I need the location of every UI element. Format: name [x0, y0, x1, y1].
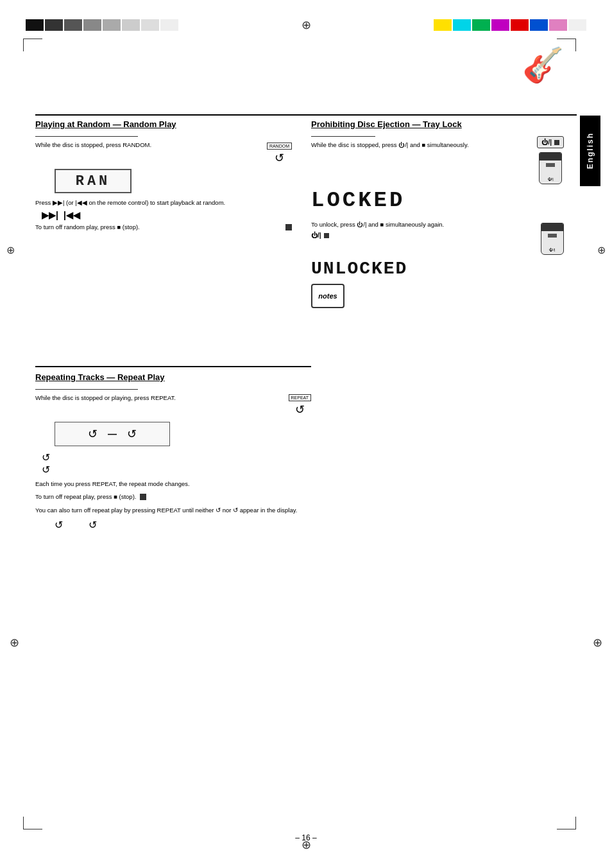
- crosshair-bottom: ⊕: [302, 838, 311, 852]
- remote-label-2: ⏻/|: [541, 248, 563, 252]
- color-block-c: [453, 19, 471, 31]
- random-step1-instruction: While the disc is stopped, press RANDOM.: [35, 141, 260, 150]
- random-display-container: RAN: [55, 169, 273, 193]
- crosshair-left-bottom: ⊕: [10, 636, 19, 650]
- random-lcd-display: RAN: [55, 169, 132, 193]
- remote-power-btn: [546, 163, 555, 167]
- repeat-dash: —: [108, 429, 117, 439]
- stop-symbol-2: [324, 233, 329, 238]
- corner-mark-tl: [23, 39, 42, 39]
- stop-symbol: [554, 140, 559, 145]
- tray-lock-section: Prohibiting Disc Ejection — Tray Lock Wh…: [311, 116, 564, 308]
- color-block-3: [64, 19, 82, 31]
- language-tab-text: English: [586, 132, 595, 169]
- repeat-play-title: Repeating Tracks — Repeat Play: [35, 371, 311, 383]
- color-block-8: [160, 19, 178, 31]
- tray-step1-text: While the disc is stopped, press ⏻/| and…: [311, 136, 531, 150]
- power-symbol-2: ⏻/|: [311, 232, 321, 239]
- repeat-small-icon: ↺ ↺: [42, 451, 311, 476]
- color-block-p: [549, 19, 567, 31]
- repeat-arrow-right: ↺: [127, 427, 137, 441]
- remote-control-icon-2: ⏻/|: [541, 223, 564, 255]
- random-step3: Press ▶▶| (or |◀◀ on the remote control)…: [35, 198, 292, 207]
- corner-mark-tr: [557, 39, 576, 39]
- random-btn-label: RANDOM: [267, 143, 292, 150]
- locked-text: LOCKED: [311, 188, 564, 213]
- color-block-m: [491, 19, 509, 31]
- random-step4-text: To turn off random play, press ■ (stop).: [35, 223, 282, 232]
- repeat-step4: To turn off repeat play, press ■ (stop).: [35, 492, 311, 501]
- color-block-7: [141, 19, 159, 31]
- repeat-step5-text: You can also turn off repeat play by pre…: [35, 506, 311, 515]
- color-block-y: [434, 19, 452, 31]
- repeat-inline-arrow-2: ↺: [89, 519, 97, 531]
- color-block-r: [511, 19, 529, 31]
- tray-lock-title: Prohibiting Disc Ejection — Tray Lock: [311, 118, 564, 130]
- repeat-inline-arrow-1: ↺: [55, 519, 63, 531]
- repeat-sub-divider: [35, 389, 138, 390]
- notes-icon: notes: [311, 284, 344, 308]
- unlocked-text: UNLOCKED: [311, 259, 564, 279]
- stop-button-icon: [285, 224, 292, 230]
- repeat-play-section: Repeating Tracks — Repeat Play While the…: [35, 366, 311, 534]
- repeat-btn-label: REPEAT: [289, 394, 312, 401]
- random-step1-text: While the disc is stopped, press RANDOM.: [35, 136, 260, 150]
- tray-step3-instruction: To unlock, press ⏻/| and ■ simultaneousl…: [311, 220, 534, 229]
- repeat-arrow-left: ↺: [88, 427, 98, 441]
- corner-mark-tl-v: [23, 39, 24, 51]
- tray-step1-instruction: While the disc is stopped, press ⏻/| and…: [311, 141, 531, 150]
- remote-head: [540, 153, 561, 161]
- repeat-step5: You can also turn off repeat play by pre…: [35, 506, 311, 515]
- tray-sub-divider: [311, 136, 375, 137]
- corner-mark-bl: [23, 829, 42, 829]
- repeat-button-illus: REPEAT ↺: [289, 394, 312, 417]
- power-stop-unit: ⏻/|: [537, 136, 564, 148]
- random-step3-text: Press ▶▶| (or |◀◀ on the remote control)…: [35, 198, 292, 207]
- color-block-6: [122, 19, 140, 31]
- remote-control-icon: ⏻/|: [539, 152, 562, 184]
- repeat-btn-icon: ↺: [295, 403, 305, 417]
- grayscale-strip: [26, 19, 178, 31]
- repeat-step1-instruction: While the disc is stopped or playing, pr…: [35, 394, 282, 403]
- color-block-w: [568, 19, 586, 31]
- tray-power-illus: ⏻/| ⏻/|: [537, 136, 564, 184]
- remote-power-btn-2: [548, 234, 557, 238]
- top-bar: ⊕: [0, 18, 612, 32]
- corner-mark-br: [557, 829, 576, 829]
- color-block-5: [103, 19, 121, 31]
- remote-label-1: ⏻/|: [540, 177, 561, 181]
- repeat-step4-text: To turn off repeat play, press ■ (stop).: [35, 492, 136, 501]
- repeat-step1-text: While the disc is stopped or playing, pr…: [35, 389, 282, 403]
- random-button-illus: RANDOM ↺: [267, 143, 292, 165]
- color-block-b: [530, 19, 548, 31]
- random-step1: While the disc is stopped, press RANDOM.…: [35, 136, 292, 165]
- crosshair-left: ⊕: [6, 244, 15, 256]
- corner-mark-bl-v: [23, 817, 24, 829]
- unlocked-display: UNLOCKED: [311, 259, 564, 279]
- repeat-step1: While the disc is stopped or playing, pr…: [35, 389, 311, 417]
- tray-step1: While the disc is stopped, press ⏻/| and…: [311, 136, 564, 184]
- random-btn-icon: ↺: [275, 151, 284, 165]
- random-step4: To turn off random play, press ■ (stop).: [35, 223, 292, 232]
- color-block-4: [83, 19, 101, 31]
- color-block-g: [472, 19, 490, 31]
- corner-mark-br-v: [575, 817, 576, 829]
- repeat-stop-icon: [140, 494, 146, 500]
- language-tab: English: [580, 116, 600, 186]
- remote-head-2: [541, 223, 563, 231]
- repeat-small-arrow-bottom: ↺: [42, 464, 50, 476]
- color-strip: [434, 19, 586, 31]
- repeat-arrows-inline: ↺ ↺: [55, 519, 292, 531]
- color-block-1: [26, 19, 44, 31]
- repeat-small-arrow-top: ↺: [42, 451, 50, 464]
- random-play-section: Playing at Random — Random Play While th…: [35, 116, 292, 235]
- tray-step3-text: To unlock, press ⏻/| and ■ simultaneousl…: [311, 220, 534, 241]
- random-step3-buttons: ▶▶| |◀◀: [42, 210, 292, 220]
- repeat-step3: Each time you press REPEAT, the repeat m…: [35, 480, 311, 489]
- crosshair-top-center: ⊕: [302, 18, 311, 32]
- crosshair-right-bottom: ⊕: [593, 636, 602, 650]
- power-symbol: ⏻/|: [541, 139, 552, 146]
- repeat-divider: [35, 366, 311, 367]
- crosshair-right: ⊕: [597, 244, 606, 256]
- random-display-text: RAN: [76, 173, 111, 189]
